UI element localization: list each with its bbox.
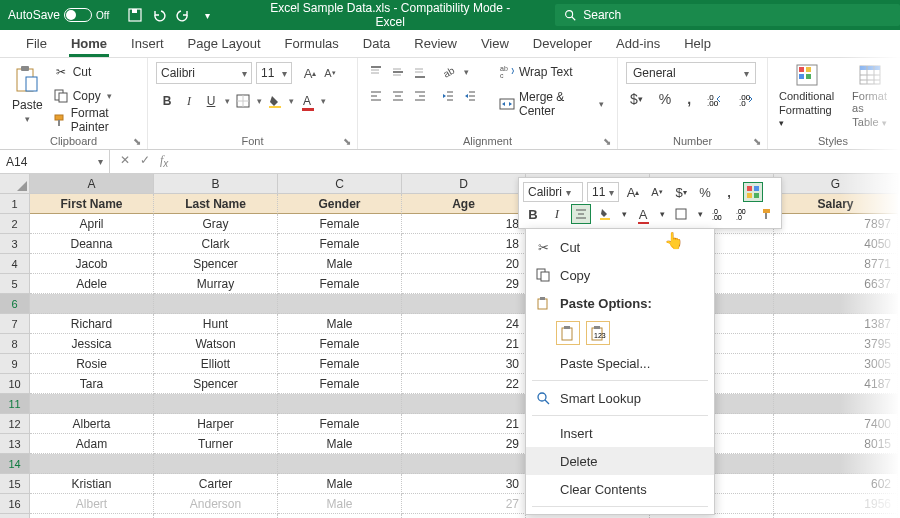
ctx-smart-lookup[interactable]: Smart Lookup bbox=[526, 384, 714, 412]
cell[interactable]: Murray bbox=[154, 274, 278, 294]
mini-accounting-icon[interactable]: $▾ bbox=[671, 182, 691, 202]
fill-dropdown-icon[interactable]: ▾ bbox=[286, 90, 296, 112]
row-head-2[interactable]: 2 bbox=[0, 214, 30, 234]
cell[interactable]: Watson bbox=[154, 334, 278, 354]
mini-percent-icon[interactable]: % bbox=[695, 182, 715, 202]
cell[interactable]: 27 bbox=[402, 494, 526, 514]
cell[interactable]: 7897 bbox=[774, 214, 898, 234]
cell[interactable]: Kristian bbox=[30, 474, 154, 494]
cell[interactable]: Rosie bbox=[30, 354, 154, 374]
col-head-C[interactable]: C bbox=[278, 174, 402, 194]
paste-option-default[interactable] bbox=[556, 321, 580, 345]
cell[interactable]: Spencer bbox=[154, 254, 278, 274]
tab-developer[interactable]: Developer bbox=[521, 30, 604, 57]
cell[interactable]: Turner bbox=[154, 434, 278, 454]
wrap-text-button[interactable]: abcWrap Text bbox=[494, 62, 609, 82]
cell[interactable] bbox=[774, 454, 898, 474]
ctx-insert[interactable]: Insert bbox=[526, 419, 714, 447]
mini-borders-icon[interactable] bbox=[671, 204, 691, 224]
font-size-select[interactable]: 11▾ bbox=[256, 62, 292, 84]
row-head-11[interactable]: 11 bbox=[0, 394, 30, 414]
paste-option-values[interactable]: 123 bbox=[586, 321, 610, 345]
cell[interactable]: 24 bbox=[402, 314, 526, 334]
row-head-17[interactable]: 17 bbox=[0, 514, 30, 518]
cell[interactable]: Anderson bbox=[154, 494, 278, 514]
ctx-paste-special[interactable]: Paste Special... bbox=[526, 349, 714, 377]
cell[interactable]: April bbox=[30, 214, 154, 234]
mini-italic-icon[interactable]: I bbox=[547, 204, 567, 224]
cell[interactable]: 6637 bbox=[774, 274, 898, 294]
cell[interactable]: Richard bbox=[30, 314, 154, 334]
redo-icon[interactable] bbox=[175, 7, 191, 23]
cell[interactable]: 1387 bbox=[774, 314, 898, 334]
conditional-formatting-button[interactable]: Conditional Formatting ▾ bbox=[773, 62, 840, 128]
decrease-font-icon[interactable]: A▾ bbox=[320, 62, 340, 84]
orientation-dropdown-icon[interactable]: ▾ bbox=[460, 62, 472, 82]
tab-help[interactable]: Help bbox=[672, 30, 723, 57]
mini-font-color-icon[interactable]: A bbox=[633, 204, 653, 224]
cell[interactable]: 602 bbox=[774, 474, 898, 494]
mini-align-center-icon[interactable] bbox=[571, 204, 591, 224]
row-head-1[interactable]: 1 bbox=[0, 194, 30, 214]
bold-button[interactable]: B bbox=[156, 90, 178, 112]
tab-review[interactable]: Review bbox=[402, 30, 469, 57]
cell[interactable]: Hunt bbox=[154, 314, 278, 334]
cell[interactable]: Female bbox=[278, 214, 402, 234]
align-bottom-icon[interactable] bbox=[410, 62, 430, 82]
row-head-10[interactable]: 10 bbox=[0, 374, 30, 394]
row-head-4[interactable]: 4 bbox=[0, 254, 30, 274]
cell[interactable]: First Name bbox=[30, 194, 154, 214]
cut-button[interactable]: ✂Cut bbox=[53, 62, 139, 82]
paste-button[interactable]: Paste ▾ bbox=[8, 62, 47, 126]
cell[interactable] bbox=[154, 454, 278, 474]
cell[interactable]: 18 bbox=[402, 234, 526, 254]
autosave-toggle[interactable]: AutoSave Off bbox=[0, 8, 117, 22]
tab-file[interactable]: File bbox=[14, 30, 59, 57]
cell[interactable]: 8771 bbox=[774, 254, 898, 274]
mini-borders-dropdown-icon[interactable]: ▾ bbox=[695, 204, 705, 224]
cell[interactable]: Albert bbox=[30, 494, 154, 514]
insert-function-icon[interactable]: fx bbox=[160, 153, 168, 169]
cell[interactable]: Oliver bbox=[30, 514, 154, 518]
cell[interactable]: Carter bbox=[154, 474, 278, 494]
col-head-B[interactable]: B bbox=[154, 174, 278, 194]
increase-decimal-icon[interactable]: .0.00 bbox=[703, 88, 727, 110]
cell[interactable]: 20 bbox=[402, 254, 526, 274]
cell[interactable] bbox=[774, 394, 898, 414]
tab-page-layout[interactable]: Page Layout bbox=[176, 30, 273, 57]
borders-button[interactable] bbox=[232, 90, 254, 112]
enter-formula-icon[interactable]: ✓ bbox=[140, 153, 150, 169]
copy-button[interactable]: Copy▾ bbox=[53, 86, 139, 106]
ctx-cut[interactable]: ✂Cut bbox=[526, 233, 714, 261]
ctx-copy[interactable]: Copy bbox=[526, 261, 714, 289]
cell[interactable]: Gray bbox=[154, 214, 278, 234]
cell[interactable]: Fowler bbox=[154, 514, 278, 518]
col-head-A[interactable]: A bbox=[30, 174, 154, 194]
cell[interactable]: Male bbox=[278, 474, 402, 494]
borders-dropdown-icon[interactable]: ▾ bbox=[254, 90, 264, 112]
mini-comma-icon[interactable]: , bbox=[719, 182, 739, 202]
cell[interactable] bbox=[30, 294, 154, 314]
cell[interactable] bbox=[402, 394, 526, 414]
fill-color-button[interactable] bbox=[264, 90, 286, 112]
col-head-D[interactable]: D bbox=[402, 174, 526, 194]
cell[interactable]: Jacob bbox=[30, 254, 154, 274]
percent-format-icon[interactable]: % bbox=[655, 88, 675, 110]
font-color-dropdown-icon[interactable]: ▾ bbox=[318, 90, 328, 112]
cell[interactable] bbox=[30, 454, 154, 474]
number-format-select[interactable]: General▾ bbox=[626, 62, 756, 84]
align-left-icon[interactable] bbox=[366, 86, 386, 106]
cell[interactable]: Salary bbox=[774, 194, 898, 214]
comma-format-icon[interactable]: , bbox=[683, 88, 695, 110]
mini-bold-icon[interactable]: B bbox=[523, 204, 543, 224]
cell[interactable]: Age bbox=[402, 194, 526, 214]
row-head-8[interactable]: 8 bbox=[0, 334, 30, 354]
tab-view[interactable]: View bbox=[469, 30, 521, 57]
search-box[interactable]: Search bbox=[555, 4, 900, 26]
qat-dropdown-icon[interactable]: ▾ bbox=[199, 7, 215, 23]
undo-icon[interactable] bbox=[151, 7, 167, 23]
cell[interactable]: 21 bbox=[402, 414, 526, 434]
row-head-9[interactable]: 9 bbox=[0, 354, 30, 374]
cell[interactable] bbox=[278, 294, 402, 314]
cell[interactable]: 1956 bbox=[774, 494, 898, 514]
